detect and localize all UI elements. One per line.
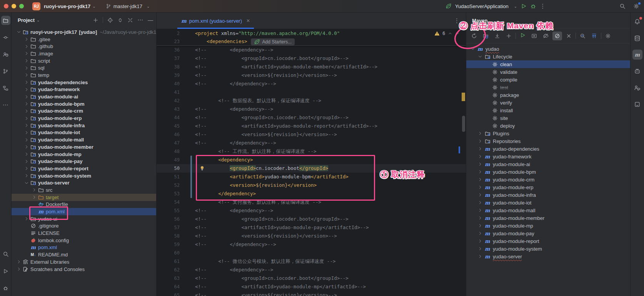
settings-gear-icon[interactable] xyxy=(633,3,639,9)
chevron-down-icon[interactable] xyxy=(23,181,30,185)
code-line-40[interactable]: 40<!-- </dependency>--> xyxy=(157,80,466,88)
chevron-right-icon[interactable] xyxy=(23,130,30,135)
git-icon[interactable] xyxy=(1,67,10,76)
code-line-55[interactable]: 55<!-- <dependency>--> xyxy=(157,206,466,215)
chevron-right-icon[interactable] xyxy=(23,87,30,92)
project-tree-item-script[interactable]: script xyxy=(12,57,156,65)
tab-pom-xml[interactable]: m pom.xml (yudao-server) ✕ xyxy=(177,13,254,29)
chevron-right-icon[interactable] xyxy=(23,44,30,49)
project-tree-item-temp[interactable]: temp xyxy=(12,72,156,79)
download-sources-button[interactable] xyxy=(492,32,502,40)
maven-tree-item-verify[interactable]: verify xyxy=(466,99,630,106)
intention-bulb-icon[interactable] xyxy=(199,165,205,172)
maven-tree-item-plugins[interactable]: Plugins xyxy=(466,130,630,137)
next-problem-icon[interactable] xyxy=(455,31,460,36)
project-tree-item-scratches-and-consoles[interactable]: Scratches and Consoles xyxy=(12,266,156,273)
project-tree-item-yudao-module-iot[interactable]: yudao-module-iot xyxy=(12,129,156,136)
chevron-right-icon[interactable] xyxy=(477,193,484,197)
chevron-right-icon[interactable] xyxy=(477,131,484,136)
project-tree-item-external-libraries[interactable]: External Libraries xyxy=(12,258,156,266)
chevron-right-icon[interactable] xyxy=(31,188,37,192)
database-icon[interactable] xyxy=(632,33,642,43)
project-tree-item-image[interactable]: .image xyxy=(12,50,156,57)
maven-tree-item-package[interactable]: package xyxy=(466,91,630,99)
more-icon[interactable]: ⋯ xyxy=(137,17,143,23)
hide-icon[interactable]: — xyxy=(148,17,153,23)
maven-tree-item-yudao-module-mall[interactable]: myudao-module-mall xyxy=(466,206,630,214)
chevron-right-icon[interactable] xyxy=(477,177,484,182)
chevron-right-icon[interactable] xyxy=(477,162,484,166)
chevron-right-icon[interactable] xyxy=(23,145,30,149)
chevron-right-icon[interactable] xyxy=(23,101,30,106)
ai-assistant-icon[interactable] xyxy=(632,66,642,76)
project-tree-item-yudao-dependencies[interactable]: yudao-dependencies xyxy=(12,79,156,86)
chevron-right-icon[interactable] xyxy=(477,223,484,228)
maven-tree-item-yudao-module-report[interactable]: myudao-module-report xyxy=(466,237,630,245)
chevron-right-icon[interactable] xyxy=(15,259,22,264)
project-tree-item-yudao-module-crm[interactable]: yudao-module-crm xyxy=(12,108,156,115)
maven-tree-item-yudao-framework[interactable]: myudao-framework xyxy=(466,153,630,160)
project-tree-item-github[interactable]: .github xyxy=(12,43,156,50)
branch-widget[interactable]: master-jdk17 ⌄ xyxy=(106,3,150,9)
maven-tree-item-site[interactable]: site xyxy=(466,114,630,122)
code-line-50[interactable]: 50 <groupId>cn.iocoder.boot</groupId> xyxy=(157,164,466,173)
chevron-right-icon[interactable] xyxy=(477,246,484,251)
commit-icon[interactable] xyxy=(1,33,10,42)
minimize-window-button[interactable] xyxy=(12,4,16,8)
generate-sources-button[interactable] xyxy=(481,32,491,40)
project-tree-item-yudao-module-bpm[interactable]: yudao-module-bpm xyxy=(12,100,156,108)
maven-tree-item-yudao-module-crm[interactable]: myudao-module-crm xyxy=(466,176,630,183)
chevron-right-icon[interactable] xyxy=(23,66,30,70)
maven-tree-item-yudao-dependencies[interactable]: myudao-dependencies xyxy=(466,145,630,153)
add-button[interactable] xyxy=(504,32,514,40)
chevron-right-icon[interactable] xyxy=(477,216,484,220)
project-tree-item-yudao-ui[interactable]: yudao-ui xyxy=(12,215,156,223)
project-icon[interactable] xyxy=(1,16,10,25)
code-line-42[interactable]: 42 <!-- 数据报表。默认注释，保证编译速度 --> xyxy=(157,96,466,105)
add-icon[interactable] xyxy=(93,17,98,23)
chevron-right-icon[interactable] xyxy=(23,173,30,178)
code-line-62[interactable]: 62<!-- <dependency>--> xyxy=(157,266,466,274)
chevron-right-icon[interactable] xyxy=(477,170,484,174)
chevron-right-icon[interactable] xyxy=(477,185,484,190)
chevron-right-icon[interactable] xyxy=(23,37,30,42)
editor-options-icon[interactable]: ⋮ xyxy=(454,13,460,29)
chevron-right-icon[interactable] xyxy=(23,116,30,121)
chevron-right-icon[interactable] xyxy=(23,216,30,221)
maven-tree-item-deploy[interactable]: deploy xyxy=(466,122,630,130)
code-line-38[interactable]: 38<!-- <artifactId>yudao-module-member</… xyxy=(157,63,466,71)
chevron-right-icon[interactable] xyxy=(477,239,484,243)
structure-icon[interactable] xyxy=(1,83,10,93)
project-tree-item-yudao-module-ai[interactable]: yudao-module-ai xyxy=(12,93,156,100)
dependency-updates-button[interactable] xyxy=(589,32,599,40)
code-line-51[interactable]: 51 <artifactId>yudao-module-bpm</artifac… xyxy=(157,173,466,181)
code-line-65[interactable]: 65<!-- <version>${revision}</version>--> xyxy=(157,291,466,296)
chevron-right-icon[interactable] xyxy=(23,80,30,85)
maven-tree-item-validate[interactable]: validate xyxy=(466,68,630,76)
search-everywhere-icon[interactable] xyxy=(619,3,626,9)
analyze-dependencies-button[interactable] xyxy=(578,32,587,40)
maven-tree-item-yudao-module-mp[interactable]: myudao-module-mp xyxy=(466,222,630,229)
maven-tree-item-compile[interactable]: compile xyxy=(466,76,630,83)
maven-tree-item-yudao-module-member[interactable]: myudao-module-member xyxy=(466,214,630,222)
chevron-right-icon[interactable] xyxy=(23,138,30,142)
project-tree-item-yudao-framework[interactable]: yudao-framework xyxy=(12,86,156,93)
maven-tree-item-yudao-module-erp[interactable]: myudao-module-erp xyxy=(466,183,630,191)
project-tree-item-yudao-module-mall[interactable]: yudao-module-mall xyxy=(12,136,156,143)
code-line-57[interactable]: 57<!-- <artifactId>yudao-module-pay</art… xyxy=(157,223,466,232)
project-tree-item-yudao-server[interactable]: yudao-server xyxy=(12,179,156,186)
maximize-window-button[interactable] xyxy=(19,4,24,8)
code-line-59[interactable]: 59<!-- </dependency>--> xyxy=(157,240,466,249)
chevron-right-icon[interactable] xyxy=(23,109,30,113)
chevron-right-icon[interactable] xyxy=(23,95,30,99)
chevron-right-icon[interactable] xyxy=(477,146,484,151)
run-icon[interactable] xyxy=(1,266,10,276)
settings-button[interactable] xyxy=(603,32,613,40)
chevron-right-icon[interactable] xyxy=(23,123,30,128)
offline-button[interactable] xyxy=(541,32,551,40)
project-tree-item-yudao-module-infra[interactable]: yudao-module-infra xyxy=(12,122,156,129)
code-line-43[interactable]: 43<!-- <dependency>--> xyxy=(157,105,466,113)
chevron-right-icon[interactable] xyxy=(477,200,484,205)
chevron-right-icon[interactable] xyxy=(23,159,30,164)
project-tree-item-target[interactable]: target xyxy=(12,194,156,201)
